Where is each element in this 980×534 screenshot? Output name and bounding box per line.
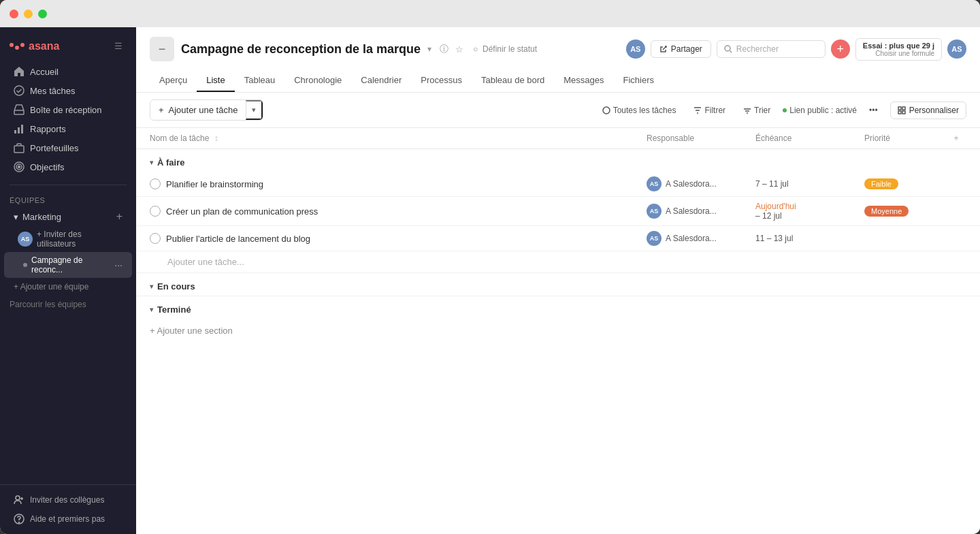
close-button[interactable]	[10, 10, 18, 18]
share-button[interactable]: Partager	[651, 40, 711, 58]
filter-button[interactable]: Filtrer	[688, 103, 731, 118]
browse-teams-label: Parcourir les équipes	[10, 300, 86, 309]
tab-liste[interactable]: Liste	[197, 69, 234, 92]
add-task-dropdown-button[interactable]: ▾	[246, 100, 263, 120]
priority-cell: Moyenne	[864, 206, 946, 217]
sidebar-item-portefeuilles[interactable]: Portefeuilles	[4, 138, 132, 157]
section-termine[interactable]: ▾ Terminé	[136, 296, 980, 319]
sidebar-toggle-button[interactable]: ☰	[110, 38, 127, 54]
add-team-item[interactable]: + Ajouter une équipe	[4, 278, 132, 296]
task-checkbox[interactable]	[150, 233, 161, 244]
add-task-main-button[interactable]: + Ajouter une tâche	[150, 101, 246, 119]
status-label[interactable]: ○ Définir le statut	[473, 44, 537, 54]
link-active-badge[interactable]: Lien public : activé	[783, 106, 857, 115]
tab-tableau-de-bord[interactable]: Tableau de bord	[472, 69, 554, 92]
sidebar-item-mes-taches[interactable]: Mes tâches	[4, 81, 132, 100]
help-item[interactable]: Aide et premiers pas	[4, 509, 132, 529]
project-icon: −	[150, 37, 174, 61]
table-row[interactable]: Publier l'article de lancement du blog A…	[136, 226, 980, 251]
task-name: Publier l'article de lancement du blog	[166, 234, 310, 244]
task-checkbox[interactable]	[150, 178, 161, 189]
sidebar-item-boite-reception[interactable]: Boîte de réception	[4, 100, 132, 119]
task-checkbox[interactable]	[150, 206, 161, 217]
sidebar-item-objectifs[interactable]: Objectifs	[4, 157, 132, 176]
tab-messages[interactable]: Messages	[554, 69, 613, 92]
section-a-faire[interactable]: ▾ À faire	[136, 149, 980, 172]
header-actions: AS Partager Rechercher + Essai : plus qu…	[626, 38, 966, 61]
title-bar	[0, 0, 980, 27]
star-icon[interactable]: ☆	[455, 44, 463, 54]
tab-fichiers[interactable]: Fichiers	[614, 69, 664, 92]
team-name-row: ▾ Marketing	[14, 212, 61, 222]
avatar-as: AS	[18, 232, 33, 247]
add-task-inline[interactable]: Ajouter une tâche...	[136, 251, 980, 272]
add-section-row[interactable]: + Ajouter une section	[136, 319, 980, 343]
project-dropdown-icon[interactable]: ▾	[427, 44, 431, 54]
sidebar-item-accueil[interactable]: Accueil	[4, 62, 132, 81]
task-name-cell: Créer un plan de communication press	[150, 206, 647, 217]
invite-icon	[14, 494, 24, 505]
add-team-label: + Ajouter une équipe	[14, 282, 88, 292]
tab-tableau[interactable]: Tableau	[235, 69, 285, 92]
svg-point-13	[603, 107, 610, 114]
col-due: Échéance	[755, 134, 864, 143]
trial-badge[interactable]: Essai : plus que 29 j Choisir une formul…	[855, 38, 942, 61]
more-options-button[interactable]: •••	[864, 103, 883, 118]
table-row[interactable]: Créer un plan de communication press AS …	[136, 197, 980, 226]
assignee-avatar: AS	[647, 231, 662, 246]
project-more-icon[interactable]: ···	[114, 260, 122, 270]
toolbar: + Ajouter une tâche ▾ Toutes les tâches …	[136, 93, 980, 128]
info-icon[interactable]: ⓘ	[440, 43, 448, 55]
due-cell: 7 – 11 jul	[755, 179, 864, 189]
col-name: Nom de la tâche ↕	[150, 134, 647, 143]
project-campagne-item[interactable]: Campagne de reconc... ···	[4, 252, 132, 278]
user-avatar: AS	[626, 40, 645, 59]
invite-label: + Inviter des utilisateurs	[37, 230, 122, 249]
assignee-cell: AS A Salesdora...	[647, 176, 755, 191]
assignee-avatar: AS	[647, 176, 662, 191]
share-icon	[659, 45, 668, 53]
svg-rect-4	[21, 125, 23, 134]
tab-calendrier[interactable]: Calendrier	[351, 69, 411, 92]
priority-badge-low: Faible	[864, 178, 898, 189]
team-name-label: Marketing	[22, 212, 61, 222]
maximize-button[interactable]	[38, 10, 47, 18]
tab-processus[interactable]: Processus	[411, 69, 472, 92]
toolbar-right: Toutes les tâches Filtrer Trier Lien pub…	[597, 101, 966, 119]
svg-point-9	[16, 496, 20, 500]
table-row[interactable]: Planifier le brainstorming AS A Salesdor…	[136, 172, 980, 197]
svg-point-8	[18, 166, 20, 168]
help-label: Aide et premiers pas	[30, 514, 105, 524]
asana-logo: asana	[10, 40, 59, 52]
app-body: asana ☰ Accueil Mes tâches Boîte de réce…	[0, 27, 980, 534]
tab-apercu[interactable]: Aperçu	[150, 69, 197, 92]
nav-accueil-label: Accueil	[30, 67, 59, 77]
sidebar-header: asana ☰	[0, 27, 136, 59]
invite-users-item[interactable]: AS + Inviter des utilisateurs	[4, 226, 132, 252]
nav-portefeuilles-label: Portefeuilles	[30, 143, 79, 153]
browse-teams-item[interactable]: Parcourir les équipes	[0, 296, 136, 313]
tab-chronologie[interactable]: Chronologie	[284, 69, 351, 92]
green-dot-icon	[783, 108, 787, 112]
add-task-icon: +	[159, 105, 164, 115]
svg-point-0	[14, 86, 24, 95]
global-add-button[interactable]: +	[831, 40, 850, 59]
team-marketing-header[interactable]: ▾ Marketing +	[4, 207, 132, 226]
col-assignee: Responsable	[647, 134, 755, 143]
assignee-cell: AS A Salesdora...	[647, 231, 755, 246]
team-add-icon[interactable]: +	[116, 210, 122, 223]
minimize-button[interactable]	[24, 10, 33, 18]
invite-colleagues-item[interactable]: Inviter des collègues	[4, 490, 132, 509]
section-en-cours[interactable]: ▾ En cours	[136, 272, 980, 296]
user-avatar-top-right[interactable]: AS	[947, 40, 966, 59]
col-add[interactable]: +	[946, 134, 966, 143]
personalize-button[interactable]: Personnaliser	[890, 101, 966, 119]
dot3	[20, 43, 24, 47]
sort-button[interactable]: Trier	[738, 103, 776, 118]
search-box[interactable]: Rechercher	[717, 40, 826, 58]
sidebar-item-rapports[interactable]: Rapports	[4, 119, 132, 138]
add-task-button[interactable]: + Ajouter une tâche ▾	[150, 99, 263, 121]
search-placeholder: Rechercher	[736, 44, 779, 54]
all-tasks-button[interactable]: Toutes les tâches	[597, 103, 682, 118]
sort-icon	[743, 106, 751, 114]
